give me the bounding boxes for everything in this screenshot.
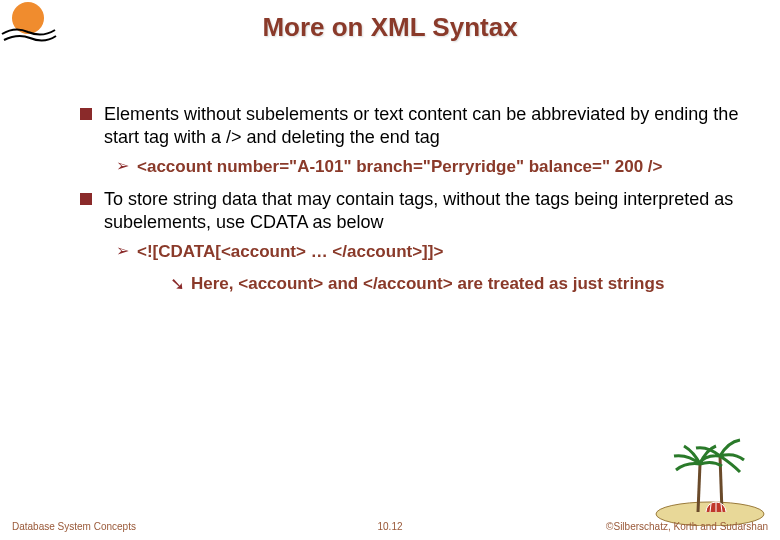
arrow-bullet-icon: ➢ [116,241,129,262]
bullet-text: Elements without subelements or text con… [104,103,740,148]
slide-title: More on XML Syntax [40,12,740,43]
footer: Database System Concepts 10.12 ©Silbersc… [0,521,780,532]
sub-sub-bullet-text: Here, <account> and </account> are treat… [191,273,664,294]
palm-tree-icon [650,436,770,526]
bullet-text: To store string data that may contain ta… [104,188,740,233]
footer-page-number: 10.12 [377,521,402,532]
sub-bullet-text: <account number="A-101" branch="Perryrid… [137,156,663,178]
footer-left: Database System Concepts [12,521,136,532]
down-arrow-bullet-icon: ➘ [170,273,185,296]
arrow-bullet-icon: ➢ [116,156,129,177]
slide: More on XML Syntax Elements without sube… [0,0,780,540]
sun-icon [0,0,60,52]
square-bullet-icon [80,193,92,205]
sub-sub-bullet-item: ➘ Here, <account> and </account> are tre… [170,273,740,296]
footer-right: ©Silberschatz, Korth and Sudarshan [606,521,768,532]
sub-bullet-item: ➢ <![CDATA[<account> … </account>]]> [116,241,740,263]
sub-bullet-text: <![CDATA[<account> … </account>]]> [137,241,443,263]
bullet-item: Elements without subelements or text con… [80,103,740,148]
bullet-item: To store string data that may contain ta… [80,188,740,233]
sub-bullet-item: ➢ <account number="A-101" branch="Perryr… [116,156,740,178]
square-bullet-icon [80,108,92,120]
